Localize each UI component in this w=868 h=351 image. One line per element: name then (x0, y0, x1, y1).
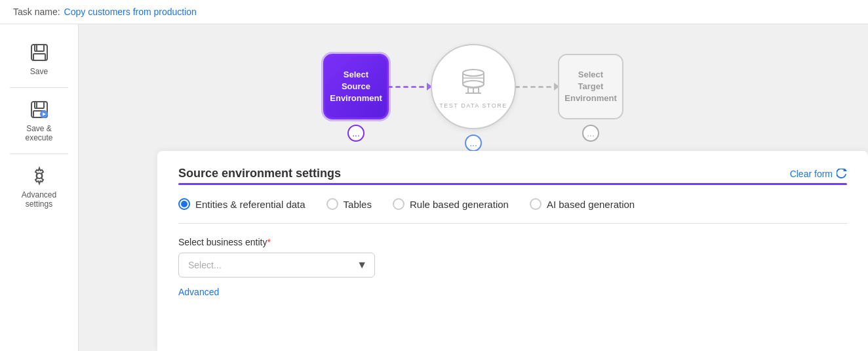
radio-tables-label: Tables (344, 199, 372, 210)
sidebar-advanced-label: Advancedsettings (22, 190, 56, 209)
sidebar-divider-1 (10, 87, 68, 88)
panel-title: Source environment settings (178, 167, 341, 180)
sidebar-save-label: Save (30, 67, 48, 76)
save-execute-icon (29, 99, 50, 120)
top-bar: Task name: Copy customers from productio… (0, 0, 868, 24)
sidebar-item-advanced-settings[interactable]: Advancedsettings (0, 157, 78, 217)
sidebar-save-execute-label: Save &execute (25, 124, 52, 142)
radio-tables-circle (326, 198, 338, 210)
svg-rect-2 (33, 54, 45, 60)
center-node: TEST DATA STORE ... (431, 44, 516, 152)
task-name-link[interactable]: Copy customers from production (64, 7, 197, 17)
dash-line-right (515, 83, 559, 91)
sidebar-divider-2 (10, 154, 68, 154)
sidebar-item-save[interactable]: Save (0, 34, 78, 84)
refresh-icon (837, 169, 847, 179)
dash-line-left (387, 83, 432, 91)
radio-ai-based-label: AI based generation (547, 199, 635, 210)
radio-entities-circle (178, 198, 190, 210)
source-node-box[interactable]: Select Source Environment (323, 54, 389, 119)
target-node-dots[interactable]: ... (582, 125, 599, 142)
center-node-dots[interactable]: ... (465, 134, 482, 152)
panel-header: Source environment settings Clear form (178, 167, 847, 180)
business-entity-select[interactable]: Select... (178, 253, 375, 278)
required-star: * (267, 237, 270, 247)
gear-icon (29, 165, 50, 186)
clear-form-label: Clear form (790, 169, 833, 179)
target-node: Select Target Environment ... (558, 54, 623, 142)
select-wrapper: Select... ▼ (178, 253, 375, 278)
center-circle[interactable]: TEST DATA STORE (431, 44, 516, 129)
radio-ai-based-circle (530, 198, 542, 210)
field-label: Select business entity* (178, 237, 847, 247)
sidebar: Save Save &execute Advancedsettings (0, 24, 79, 351)
target-node-label: Select Target Environment (564, 69, 616, 105)
radio-rule-based-circle (393, 198, 404, 210)
save-icon (29, 42, 50, 63)
target-node-box[interactable]: Select Target Environment (558, 54, 623, 119)
advanced-link[interactable]: Advanced (178, 287, 219, 297)
radio-section-divider (178, 223, 847, 224)
connector-left (387, 83, 432, 91)
pipeline: Select Source Environment ... (323, 44, 623, 152)
connector-right (515, 83, 559, 91)
radio-entities[interactable]: Entities & referential data (178, 198, 306, 210)
bottom-panel: Source environment settings Clear form E… (157, 151, 868, 351)
radio-entities-label: Entities & referential data (195, 199, 306, 210)
sidebar-item-save-execute[interactable]: Save &execute (0, 91, 78, 150)
source-node-label: Select Source Environment (330, 69, 382, 105)
canvas-area: Select Source Environment ... (79, 24, 868, 351)
source-node: Select Source Environment ... (323, 54, 389, 142)
database-icon (456, 64, 490, 98)
task-name-label: Task name: (13, 7, 60, 17)
radio-rule-based[interactable]: Rule based generation (393, 198, 509, 210)
radio-ai-based[interactable]: AI based generation (530, 198, 635, 210)
svg-point-11 (463, 70, 484, 76)
radio-rule-based-label: Rule based generation (410, 199, 509, 210)
radio-tables[interactable]: Tables (326, 198, 372, 210)
source-node-dots[interactable]: ... (347, 125, 365, 142)
db-label: TEST DATA STORE (439, 102, 507, 109)
panel-divider (178, 183, 847, 185)
main-layout: Save Save &execute Advancedsettings (0, 24, 868, 351)
svg-point-12 (463, 81, 484, 87)
radio-group: Entities & referential data Tables Rule … (178, 198, 847, 210)
clear-form-button[interactable]: Clear form (790, 169, 847, 179)
